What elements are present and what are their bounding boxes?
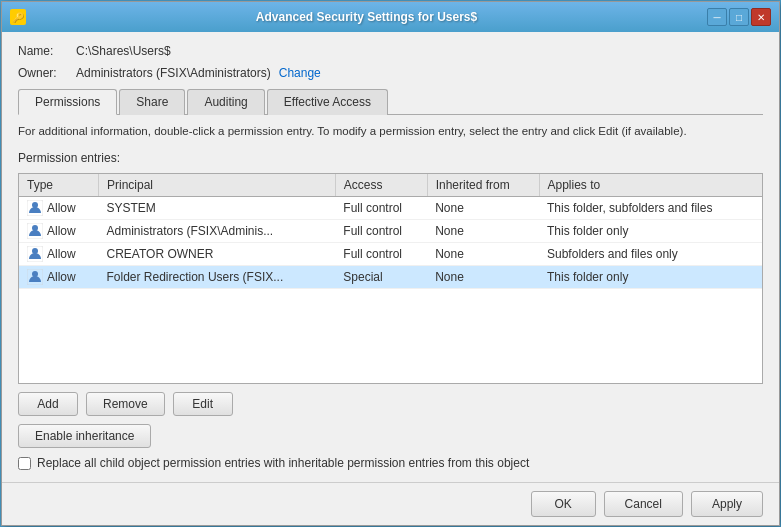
cell-type: Allow	[19, 220, 99, 243]
window-controls: ─ □ ✕	[707, 8, 771, 26]
owner-value: Administrators (FSIX\Administrators)	[76, 66, 271, 80]
tab-bar: Permissions Share Auditing Effective Acc…	[18, 88, 763, 115]
cell-inherited-from: None	[427, 266, 539, 289]
cell-inherited-from: None	[427, 243, 539, 266]
title-bar: 🔑 Advanced Security Settings for Users$ …	[2, 2, 779, 32]
table-row[interactable]: Allow Administrators (FSIX\Adminis...Ful…	[19, 220, 762, 243]
col-applies-to: Applies to	[539, 174, 762, 197]
enable-inheritance-button[interactable]: Enable inheritance	[18, 424, 151, 448]
col-type: Type	[19, 174, 99, 197]
change-owner-link[interactable]: Change	[279, 66, 321, 80]
cell-type: Allow	[19, 243, 99, 266]
cell-principal: Administrators (FSIX\Adminis...	[99, 220, 336, 243]
cell-inherited-from: None	[427, 197, 539, 220]
cell-access: Full control	[335, 197, 427, 220]
cell-principal: Folder Redirection Users (FSIX...	[99, 266, 336, 289]
window-title: Advanced Security Settings for Users$	[26, 10, 707, 24]
replace-checkbox[interactable]	[18, 457, 31, 470]
action-buttons: Add Remove Edit	[18, 392, 763, 416]
minimize-button[interactable]: ─	[707, 8, 727, 26]
cell-applies-to: This folder only	[539, 220, 762, 243]
replace-checkbox-label: Replace all child object permission entr…	[37, 456, 529, 470]
cell-applies-to: This folder only	[539, 266, 762, 289]
cell-applies-to: Subfolders and files only	[539, 243, 762, 266]
user-icon	[27, 246, 43, 262]
edit-button[interactable]: Edit	[173, 392, 233, 416]
owner-label: Owner:	[18, 66, 68, 80]
table-row[interactable]: Allow Folder Redirection Users (FSIX...S…	[19, 266, 762, 289]
name-label: Name:	[18, 44, 68, 58]
description-text: For additional information, double-click…	[18, 123, 763, 139]
col-access: Access	[335, 174, 427, 197]
cell-principal: CREATOR OWNER	[99, 243, 336, 266]
cell-applies-to: This folder, subfolders and files	[539, 197, 762, 220]
table-row[interactable]: Allow CREATOR OWNERFull controlNoneSubfo…	[19, 243, 762, 266]
col-principal: Principal	[99, 174, 336, 197]
user-icon	[27, 223, 43, 239]
user-icon	[27, 269, 43, 285]
cell-access: Special	[335, 266, 427, 289]
cell-type: Allow	[19, 197, 99, 220]
maximize-button[interactable]: □	[729, 8, 749, 26]
cell-access: Full control	[335, 243, 427, 266]
table-row[interactable]: Allow SYSTEMFull controlNoneThis folder,…	[19, 197, 762, 220]
name-row: Name: C:\Shares\Users$	[18, 44, 763, 58]
window-icon: 🔑	[10, 9, 26, 25]
table-body: Allow SYSTEMFull controlNoneThis folder,…	[19, 197, 762, 289]
remove-button[interactable]: Remove	[86, 392, 165, 416]
tab-effective-access[interactable]: Effective Access	[267, 89, 388, 115]
permissions-table-container: Type Principal Access Inherited from App…	[18, 173, 763, 384]
cell-inherited-from: None	[427, 220, 539, 243]
col-inherited-from: Inherited from	[427, 174, 539, 197]
cell-type: Allow	[19, 266, 99, 289]
table-header: Type Principal Access Inherited from App…	[19, 174, 762, 197]
inheritance-row: Enable inheritance	[18, 424, 763, 448]
section-label: Permission entries:	[18, 151, 763, 165]
name-value: C:\Shares\Users$	[76, 44, 171, 58]
apply-button[interactable]: Apply	[691, 491, 763, 517]
close-button[interactable]: ✕	[751, 8, 771, 26]
cell-access: Full control	[335, 220, 427, 243]
tab-share[interactable]: Share	[119, 89, 185, 115]
tab-auditing[interactable]: Auditing	[187, 89, 264, 115]
cancel-button[interactable]: Cancel	[604, 491, 683, 517]
window-content: Name: C:\Shares\Users$ Owner: Administra…	[2, 32, 779, 482]
tab-permissions[interactable]: Permissions	[18, 89, 117, 115]
bottom-area: Add Remove Edit Enable inheritance Repla…	[18, 392, 763, 470]
owner-row: Owner: Administrators (FSIX\Administrato…	[18, 66, 763, 80]
add-button[interactable]: Add	[18, 392, 78, 416]
replace-checkbox-row: Replace all child object permission entr…	[18, 456, 763, 470]
user-icon	[27, 200, 43, 216]
permissions-table: Type Principal Access Inherited from App…	[19, 174, 762, 289]
main-window: 🔑 Advanced Security Settings for Users$ …	[1, 1, 780, 526]
footer: OK Cancel Apply	[2, 482, 779, 525]
cell-principal: SYSTEM	[99, 197, 336, 220]
ok-button[interactable]: OK	[531, 491, 596, 517]
